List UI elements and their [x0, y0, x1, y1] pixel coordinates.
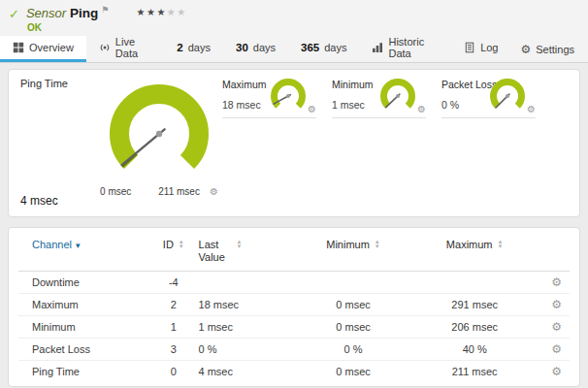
column-header-minimum[interactable]: Minimum▲▼ [294, 230, 412, 272]
cell-id: -4 [152, 272, 194, 294]
cell-id: 3 [152, 339, 194, 361]
sensor-status: OK [26, 22, 578, 33]
cell-minimum: 0 msec [294, 316, 412, 339]
star-icon[interactable]: ★ [136, 7, 146, 17]
table-row[interactable]: Packet Loss 3 0 % 0 % 40 % ⚙ [18, 339, 570, 361]
tab-overview[interactable]: Overview [0, 36, 86, 62]
sort-icon[interactable]: ▲▼ [375, 240, 380, 249]
sensor-name: Ping [70, 6, 98, 20]
title-block: Sensor Ping ⚑ ★★★★★ OK [26, 6, 578, 33]
mini-gauges: Maximum 18 msec ⚙ Minimum 1 msec ⚙ Packe… [222, 78, 536, 118]
mini-gauge-packet-loss: Packet Loss 0 % ⚙ [441, 78, 536, 118]
table-row[interactable]: Ping Time 0 4 msec 0 msec 211 msec ⚙ [18, 361, 570, 383]
overview-icon [13, 42, 24, 53]
cell-id: 2 [152, 294, 194, 316]
channel-table-body: Downtime -4 ⚙ Maximum 2 18 msec 0 msec 2… [18, 272, 570, 383]
flag-icon[interactable]: ⚑ [101, 6, 109, 15]
mini-gauge [489, 78, 526, 114]
cell-last-value: 0 % [195, 339, 294, 361]
tab-live-data[interactable]: Live Data [86, 36, 165, 62]
gauge-panel-title: Ping Time [20, 78, 68, 89]
channel-settings-icon[interactable]: ⚙ [551, 298, 562, 311]
table-row[interactable]: Minimum 1 1 msec 0 msec 206 msec ⚙ [18, 316, 570, 339]
sensor-header: ✓ Sensor Ping ⚑ ★★★★★ OK [0, 0, 588, 36]
channel-settings-icon[interactable]: ⚙ [551, 365, 562, 378]
cell-maximum [412, 272, 537, 294]
sort-icon[interactable]: ▲▼ [237, 240, 243, 249]
tab-settings-label: Settings [536, 44, 574, 55]
cell-last-value: 4 msec [195, 361, 294, 383]
status-check-icon: ✓ [9, 8, 19, 20]
column-header-actions [537, 230, 570, 272]
gauge-settings-icon[interactable]: ⚙ [527, 105, 536, 114]
tab-settings[interactable]: ⚙ Settings [510, 36, 584, 62]
cell-channel: Downtime [18, 272, 152, 294]
cell-last-value [195, 272, 294, 294]
star-icon[interactable]: ★ [156, 7, 166, 17]
mini-gauge [379, 78, 416, 114]
gauge-settings-icon[interactable]: ⚙ [308, 105, 316, 114]
cell-channel: Maximum [18, 294, 152, 316]
priority-stars[interactable]: ★★★★★ [136, 7, 186, 17]
tab-bar: Overview Live Data 2 days 30 days 365 da… [0, 36, 588, 63]
mini-gauge-value: 0 % [441, 99, 459, 111]
mini-gauge-minimum: Minimum 1 msec ⚙ [332, 78, 426, 118]
star-icon[interactable]: ★ [147, 7, 156, 17]
channel-settings-icon[interactable]: ⚙ [551, 320, 562, 334]
tab-365-days[interactable]: 365 days [288, 36, 359, 62]
table-row[interactable]: Maximum 2 18 msec 0 msec 291 msec ⚙ [18, 294, 570, 316]
channel-settings-icon[interactable]: ⚙ [551, 275, 562, 289]
live-data-icon [99, 42, 111, 53]
star-icon[interactable]: ★ [177, 7, 186, 17]
sort-icon[interactable]: ▲▼ [498, 240, 504, 249]
channel-settings-icon[interactable]: ⚙ [551, 342, 562, 356]
column-header-channel[interactable]: Channel▾ [18, 230, 152, 272]
column-header-id[interactable]: ID▲▼ [152, 230, 194, 272]
cell-maximum: 211 msec [412, 361, 537, 383]
mini-gauge-title: Minimum [332, 79, 374, 90]
gauge-settings-icon[interactable]: ⚙ [417, 105, 426, 114]
cell-minimum [294, 272, 412, 294]
tab-log[interactable]: Log [451, 36, 510, 62]
cell-minimum: 0 msec [294, 294, 412, 316]
cell-id: 1 [152, 316, 194, 339]
cell-channel: Ping Time [18, 361, 152, 383]
mini-gauge [270, 78, 307, 114]
log-icon [464, 42, 475, 53]
tab-historic-data[interactable]: Historic Data [359, 36, 451, 62]
sensor-type-label: Sensor [26, 6, 66, 20]
caret-down-icon: ▾ [76, 241, 81, 250]
cell-channel: Minimum [18, 316, 152, 339]
cell-minimum: 0 msec [294, 361, 412, 383]
mini-gauge-value: 18 msec [222, 99, 261, 111]
table-row[interactable]: Downtime -4 ⚙ [18, 272, 570, 294]
tab-30-days[interactable]: 30 days [223, 36, 288, 62]
main-gauge-block: 0 msec 211 msec ⚙ [82, 83, 237, 197]
channel-table-panel: Channel▾ ID▲▼ Last Value▲▼ Minimum▲▼ Max [8, 227, 580, 387]
gauge-max-label: 211 msec [158, 186, 200, 197]
gauge-settings-icon[interactable]: ⚙ [210, 187, 218, 197]
cell-channel: Packet Loss [18, 339, 152, 361]
sort-icon[interactable]: ▲▼ [179, 240, 184, 249]
column-header-maximum[interactable]: Maximum▲▼ [412, 230, 537, 272]
content-area: Ping Time 0 msec 211 msec ⚙ Maximum 18 m… [0, 63, 588, 387]
column-header-last-value[interactable]: Last Value▲▼ [195, 230, 294, 272]
cell-maximum: 206 msec [412, 316, 537, 339]
current-value: 4 msec [20, 194, 58, 208]
gauge-min-label: 0 msec [100, 186, 131, 197]
historic-data-icon [372, 42, 383, 53]
cell-minimum: 0 % [294, 339, 412, 361]
channel-table: Channel▾ ID▲▼ Last Value▲▼ Minimum▲▼ Max [18, 230, 570, 382]
star-icon[interactable]: ★ [167, 7, 177, 17]
cell-last-value: 18 msec [195, 294, 294, 316]
cell-maximum: 291 msec [412, 294, 537, 316]
cell-id: 0 [152, 361, 194, 383]
cell-last-value: 1 msec [195, 316, 294, 339]
sensor-page: ✓ Sensor Ping ⚑ ★★★★★ OK Overview Live D… [0, 0, 588, 387]
gauge-panel: Ping Time 0 msec 211 msec ⚙ Maximum 18 m… [8, 69, 580, 217]
tabs-group: Overview Live Data 2 days 30 days 365 da… [0, 36, 510, 62]
gear-icon: ⚙ [520, 44, 531, 55]
mini-gauge-maximum: Maximum 18 msec ⚙ [222, 78, 316, 118]
ping-time-gauge [109, 83, 210, 184]
tab-2-days[interactable]: 2 days [164, 36, 223, 62]
